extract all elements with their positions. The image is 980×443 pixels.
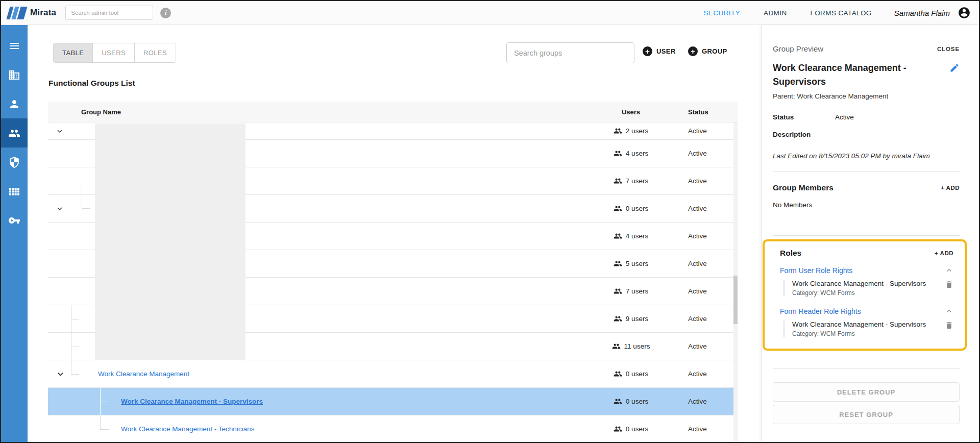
add-group-label: GROUP <box>702 47 727 55</box>
tab-roles[interactable]: ROLES <box>134 43 176 62</box>
last-edited-note: Last Edited on 8/15/2023 05:02 PM by mir… <box>773 152 960 160</box>
table-row[interactable]: Work Clearance Management - Technicians … <box>48 415 738 443</box>
users-count: 4 users <box>626 150 648 157</box>
role-item: Work Clearance Management - Supervisors … <box>783 321 953 337</box>
delete-group-button[interactable]: DELETE GROUP <box>773 382 960 402</box>
users-cell: 9 users <box>577 305 685 332</box>
users-count: 11 users <box>624 342 650 350</box>
status-cell: Active <box>685 232 738 240</box>
panel-title: Group Preview <box>773 44 823 53</box>
users-icon <box>614 149 622 158</box>
chevron-down-icon[interactable] <box>55 204 64 213</box>
search-groups-input[interactable] <box>506 42 634 63</box>
tree-line <box>71 305 71 375</box>
group-name-cell: Work Clearance Management - Supervisors <box>48 388 577 415</box>
users-count: 7 users <box>626 177 648 185</box>
users-count: 4 users <box>626 232 648 240</box>
nav-security[interactable]: SECURITY <box>704 9 740 17</box>
app-window: Mirata i SECURITY ADMIN FORMS CATALOG Sa… <box>0 0 980 443</box>
users-cell: 2 users <box>577 122 685 139</box>
table-row[interactable]: Work Clearance Management 0 users Active <box>48 360 738 388</box>
add-member-button[interactable]: + ADD <box>941 185 960 191</box>
divider <box>773 368 960 369</box>
sidebar-shield-icon[interactable] <box>1 147 28 177</box>
status-cell: Active <box>685 425 738 433</box>
brand-name: Mirata <box>30 8 56 18</box>
add-user-button[interactable]: + USER <box>643 46 676 56</box>
close-button[interactable]: CLOSE <box>937 46 960 52</box>
tree-line <box>82 208 90 209</box>
add-role-button[interactable]: + ADD <box>935 250 953 256</box>
chevron-down-icon[interactable] <box>55 127 64 136</box>
table-row-selected[interactable]: Work Clearance Management - Supervisors … <box>48 388 738 415</box>
tree-line <box>82 183 82 209</box>
reset-group-button[interactable]: RESET GROUP <box>773 405 960 424</box>
chevron-down-icon[interactable] <box>55 368 66 379</box>
scrollbar-thumb[interactable] <box>733 276 738 324</box>
users-count: 5 users <box>626 260 648 267</box>
status-cell: Active <box>685 287 738 295</box>
chevron-up-icon[interactable] <box>945 266 953 275</box>
view-tabs: TABLE USERS ROLES <box>53 43 176 63</box>
role-item-name: Work Clearance Management - Supervisors <box>792 280 926 287</box>
status-cell: Active <box>685 370 738 378</box>
users-icon <box>612 342 621 351</box>
admin-search-input[interactable] <box>65 6 153 20</box>
group-name-cell: Work Clearance Management <box>48 360 577 387</box>
nav-forms-catalog[interactable]: FORMS CATALOG <box>811 9 872 17</box>
column-users: Users <box>577 108 685 116</box>
trash-icon[interactable] <box>945 280 953 289</box>
tree-line <box>71 319 79 319</box>
users-cell: 0 users <box>577 415 685 442</box>
status-label: Status <box>773 113 835 121</box>
users-icon <box>614 287 622 296</box>
nav-admin[interactable]: ADMIN <box>764 9 787 17</box>
status-cell: Active <box>685 150 738 157</box>
status-cell: Active <box>685 127 738 135</box>
trash-icon[interactable] <box>945 321 953 330</box>
current-user-name: Samantha Flaim <box>894 9 950 17</box>
add-group-button[interactable]: + GROUP <box>688 46 727 56</box>
users-cell: 0 users <box>577 195 685 222</box>
form-user-role-rights-link[interactable]: Form User Role Rights <box>780 266 852 275</box>
tree-line <box>71 347 79 347</box>
users-count: 2 users <box>626 127 648 135</box>
add-user-label: USER <box>656 47 676 55</box>
users-icon <box>614 314 622 323</box>
tab-users[interactable]: USERS <box>92 43 134 62</box>
top-bar: Mirata i SECURITY ADMIN FORMS CATALOG Sa… <box>1 1 979 25</box>
tree-line <box>100 402 108 402</box>
column-group-name: Group Name <box>48 108 577 116</box>
groups-table: Group Name Users Status 2 users Active 4… <box>48 102 738 443</box>
users-cell: 4 users <box>577 140 685 167</box>
redaction-overlay <box>95 124 246 360</box>
column-status: Status <box>685 108 738 116</box>
edit-pencil-icon[interactable] <box>949 63 960 73</box>
users-icon <box>614 370 622 378</box>
status-cell: Active <box>685 398 738 405</box>
account-avatar-icon[interactable] <box>958 6 971 19</box>
sidebar-groups-icon[interactable] <box>1 118 28 147</box>
group-preview-panel: Group Preview CLOSE Work Clearance Manag… <box>762 25 979 442</box>
form-reader-role-rights-link[interactable]: Form Reader Role Rights <box>780 307 861 315</box>
sidebar-grid-icon[interactable] <box>1 177 28 206</box>
page-title: Functional Groups List <box>48 79 135 88</box>
users-icon <box>614 177 622 185</box>
users-icon <box>614 425 622 433</box>
table-scrollbar[interactable] <box>733 122 738 443</box>
status-cell: Active <box>685 342 738 350</box>
tree-line <box>100 429 109 430</box>
group-link[interactable]: Work Clearance Management - Technicians <box>121 425 254 433</box>
sidebar-key-icon[interactable] <box>1 206 28 235</box>
sidebar-menu-icon[interactable] <box>1 31 28 60</box>
group-link[interactable]: Work Clearance Management - Supervisors <box>121 398 263 405</box>
sidebar-organization-icon[interactable] <box>1 60 28 89</box>
role-item: Work Clearance Management - Supervisors … <box>783 280 953 297</box>
no-members-text: No Members <box>773 201 960 209</box>
sidebar-user-icon[interactable] <box>1 89 28 118</box>
status-cell: Active <box>685 315 738 323</box>
chevron-up-icon[interactable] <box>945 307 953 315</box>
info-icon[interactable]: i <box>160 8 171 18</box>
tab-table[interactable]: TABLE <box>54 43 92 62</box>
group-link[interactable]: Work Clearance Management <box>98 370 189 378</box>
